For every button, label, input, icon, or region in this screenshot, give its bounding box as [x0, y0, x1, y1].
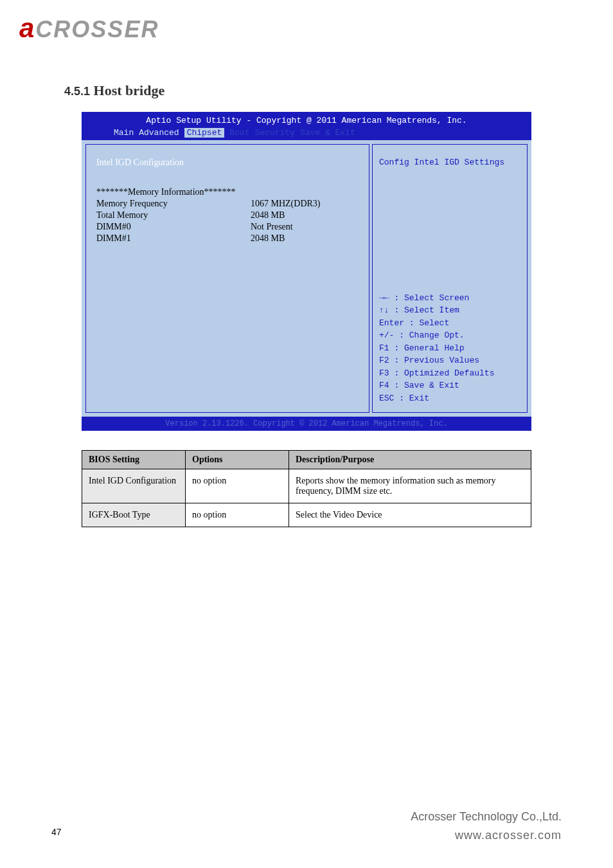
bios-side-panel: Config Intel IGD Settings →← : Select Sc… — [372, 144, 528, 413]
header-logo-container: aCROSSER — [0, 0, 613, 57]
brand-logo: aCROSSER — [19, 13, 159, 44]
bios-tab-security[interactable]: Security — [254, 128, 294, 138]
bios-version-footer: Version 2.13.1226. Copyright © 2012 Amer… — [82, 417, 531, 431]
bios-side-help-title: Config Intel IGD Settings — [379, 158, 520, 167]
bios-mem-value: 1067 MHZ(DDR3) — [251, 199, 359, 209]
footer-url: www.acrosser.com — [411, 829, 562, 842]
bios-mem-label: Memory Frequency — [96, 199, 251, 209]
col-header-setting: BIOS Setting — [82, 451, 186, 469]
bios-help-line: +/- : Change Opt. — [379, 329, 494, 342]
bios-screenshot: Aptio Setup Utility - Copyright @ 2011 A… — [82, 112, 531, 431]
table-row: Intel IGD Configuration no option Report… — [82, 469, 531, 503]
page-footer: Acrosser Technology Co.,Ltd. www.acrosse… — [411, 810, 562, 842]
col-header-options: Options — [186, 451, 289, 469]
bios-tab-advanced[interactable]: Advanced — [139, 128, 179, 138]
cell-setting: Intel IGD Configuration — [82, 469, 186, 503]
bios-mem-row: DIMM#0 Not Present — [96, 222, 359, 232]
bios-help-line: Enter : Select — [379, 317, 494, 330]
spec-table: BIOS Setting Options Description/Purpose… — [82, 450, 531, 527]
bios-tab-main[interactable]: Main — [114, 128, 134, 138]
footer-company: Acrosser Technology Co.,Ltd. — [411, 810, 562, 824]
section-heading: 4.5.1 Host bridge — [0, 82, 613, 99]
bios-mem-label: DIMM#0 — [96, 222, 251, 232]
bios-help-keys: →← : Select Screen ↑↓ : Select Item Ente… — [379, 292, 494, 405]
bios-tab-chipset[interactable]: Chipset — [184, 128, 225, 138]
bios-mem-value: 2048 MB — [251, 210, 359, 221]
col-header-desc: Description/Purpose — [289, 451, 531, 469]
bios-help-line: F1 : General Help — [379, 342, 494, 355]
bios-help-line: ↑↓ : Select Item — [379, 304, 494, 317]
bios-selected-item[interactable]: Intel IGD Configuration — [96, 158, 359, 168]
bios-tab-bar: Main Advanced Chipset Boot Security Save… — [82, 125, 531, 140]
brand-logo-a: a — [19, 13, 35, 43]
bios-help-line: ESC : Exit — [379, 392, 494, 405]
bios-mem-value: Not Present — [251, 222, 359, 232]
section-number: 4.5.1 — [64, 85, 90, 98]
cell-desc: Select the Video Device — [289, 503, 531, 527]
bios-mem-value: 2048 MB — [251, 233, 359, 244]
cell-options: no option — [186, 503, 289, 527]
bios-tab-saveexit[interactable]: Save & Exit — [300, 128, 355, 138]
bios-mem-row: Memory Frequency 1067 MHZ(DDR3) — [96, 199, 359, 209]
bios-mem-row: Total Memory 2048 MB — [96, 210, 359, 221]
cell-setting: IGFX-Boot Type — [82, 503, 186, 527]
page-number: 47 — [51, 827, 62, 837]
bios-title-bar: Aptio Setup Utility - Copyright @ 2011 A… — [82, 112, 531, 125]
section-title-text: Host bridge — [94, 82, 165, 98]
bios-main-panel: Intel IGD Configuration *******Memory In… — [85, 144, 369, 413]
cell-options: no option — [186, 469, 289, 503]
bios-help-line: →← : Select Screen — [379, 292, 494, 305]
cell-desc: Reports show the memory information such… — [289, 469, 531, 503]
table-header-row: BIOS Setting Options Description/Purpose — [82, 451, 531, 469]
bios-help-line: F2 : Previous Values — [379, 354, 494, 367]
bios-mem-row: DIMM#1 2048 MB — [96, 233, 359, 244]
bios-body: Intel IGD Configuration *******Memory In… — [82, 140, 531, 417]
bios-help-line: F3 : Optimized Defaults — [379, 367, 494, 380]
bios-tab-boot[interactable]: Boot — [229, 128, 249, 138]
bios-mem-label: Total Memory — [96, 210, 251, 221]
bios-mem-heading: *******Memory Information******* — [96, 187, 359, 197]
bios-help-line: F4 : Save & Exit — [379, 379, 494, 392]
bios-mem-label: DIMM#1 — [96, 233, 251, 244]
table-row: IGFX-Boot Type no option Select the Vide… — [82, 503, 531, 527]
